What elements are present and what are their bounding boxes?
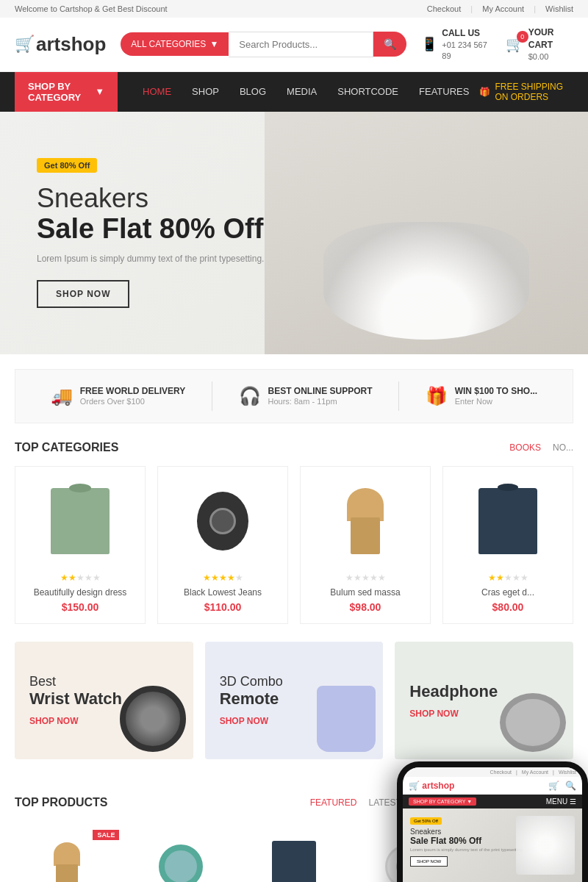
hero-content: Get 80% Off Sneakers Sale Flat 80% Off L…	[37, 158, 264, 308]
nav-media[interactable]: MEDIA	[276, 77, 327, 106]
call-label: CALL US	[442, 27, 490, 40]
hero-cta-button[interactable]: SHOP NOW	[37, 280, 129, 308]
support-title: BEST ONLINE SUPPORT	[268, 386, 373, 396]
product-stars-1: ★★★★★	[26, 573, 135, 583]
phone-hero-cta[interactable]: SHOP NOW	[410, 856, 448, 867]
headphone-visual	[500, 693, 566, 752]
phone-logo: 🛒 artshop	[409, 781, 454, 791]
wishlist-link[interactable]: Wishlist	[545, 4, 573, 13]
cart-area[interactable]: 🛒 0 YOUR CART $0.00	[506, 26, 573, 62]
support-icon: 🎧	[239, 386, 261, 406]
search-input[interactable]	[229, 32, 373, 57]
dark-tshirt-image	[478, 488, 537, 554]
top-product-2[interactable]	[128, 830, 232, 882]
free-shipping-text: FREE SHIPPING ON ORDERS	[495, 82, 573, 102]
cart-badge: 0	[517, 31, 528, 43]
free-shipping-banner: 🎁 FREE SHIPPING ON ORDERS	[479, 82, 573, 102]
nav-blog[interactable]: BLOG	[229, 77, 276, 106]
hero-title2: Sale Flat 80% Off	[37, 214, 264, 245]
nav-shop[interactable]: SHOP	[182, 77, 229, 106]
chevron-down-icon: ▼	[95, 86, 104, 97]
support-subtitle: Hours: 8am - 11pm	[268, 397, 337, 406]
watch-visual	[120, 686, 186, 752]
product-image-4	[453, 477, 562, 565]
checkout-link[interactable]: Checkout	[427, 4, 461, 13]
feature-delivery: 🚚 FREE WORLD DELIVERY Orders Over $100	[51, 386, 186, 406]
feature-support: 🎧 BEST ONLINE SUPPORT Hours: 8am - 11pm	[239, 386, 373, 406]
phone-icon: 📱	[421, 36, 437, 52]
promo-bag-image	[317, 686, 376, 752]
top-bar-links: Checkout | My Account | Wishlist	[420, 4, 573, 13]
product-price-1: $150.00	[26, 601, 135, 613]
search-icon: 🔍	[384, 38, 396, 50]
categories-products-grid: ★★★★★ Beautifully design dress $150.00 ★…	[15, 466, 573, 624]
categories-tabs: BOOKS NO...	[509, 442, 573, 453]
phone-topbar: Checkout | My Account | Wishlist	[403, 767, 582, 777]
promo-headphone: Headphone SHOP NOW	[395, 642, 573, 759]
phone-hero-badge: Get 50% Off	[410, 817, 442, 825]
call-us: 📱 CALL US +01 234 567 89	[421, 27, 490, 62]
small-chair-img	[49, 842, 85, 882]
nav-home[interactable]: HOME	[132, 77, 182, 106]
camera-image	[197, 492, 248, 551]
phone-logo-text: artshop	[422, 781, 454, 791]
hero-image	[265, 112, 588, 354]
product-name-2: Black Lowest Jeans	[168, 587, 277, 598]
welcome-text: Welcome to Cartshop & Get Best Discount	[15, 4, 168, 13]
phone-hero-image	[516, 816, 575, 875]
win-subtitle: Enter Now	[455, 397, 492, 406]
logo[interactable]: 🛒 artshop	[15, 33, 106, 56]
shipping-icon: 🎁	[479, 87, 490, 97]
phone-screen: Checkout | My Account | Wishlist 🛒 artsh…	[403, 767, 582, 882]
phone-wishlist: Wishlist	[559, 770, 576, 775]
categories-title: TOP CATEGORIES	[15, 441, 118, 454]
product-image-1	[26, 477, 135, 565]
nav-features[interactable]: FEATURES	[409, 77, 479, 106]
tab-featured[interactable]: FEATURED	[310, 797, 357, 808]
product-stars-3: ★★★★★	[311, 573, 420, 583]
top-product-1[interactable]: SALE	[15, 830, 119, 882]
category-dropdown-btn[interactable]: ALL CATEGORIES ▼	[121, 32, 229, 56]
product-card-2[interactable]: ★★★★★ Black Lowest Jeans $110.00	[157, 466, 288, 624]
product-name-4: Cras eget d...	[453, 587, 562, 598]
my-account-link[interactable]: My Account	[482, 4, 524, 13]
nav-shortcode[interactable]: SHORTCODE	[327, 77, 409, 106]
hero-title1: Sneakers	[37, 183, 264, 214]
phone-nav-cat: SHOP BY CATEGORY ▼	[409, 797, 476, 806]
product-image-2	[168, 477, 277, 565]
phone-nav: SHOP BY CATEGORY ▼ MENU ☰	[403, 795, 582, 808]
product-card-4[interactable]: ★★★★★ Cras eget d... $80.00	[442, 466, 573, 624]
win-icon: 🎁	[426, 386, 448, 406]
search-button[interactable]: 🔍	[373, 32, 406, 57]
delivery-subtitle: Orders Over $100	[80, 397, 145, 406]
sale-badge-1: SALE	[93, 830, 119, 840]
nav-links: HOME SHOP BLOG MEDIA SHORTCODE FEATURES	[132, 77, 479, 106]
top-product-3[interactable]	[242, 830, 346, 882]
product-name-3: Bulum sed massa	[311, 587, 420, 598]
call-number: +01 234 567 89	[442, 40, 487, 60]
search-area: ALL CATEGORIES ▼ 🔍	[121, 32, 406, 57]
phone-search-icon: 🔍	[565, 781, 576, 791]
categories-header: TOP CATEGORIES BOOKS NO...	[15, 441, 573, 454]
delivery-icon: 🚚	[51, 386, 73, 406]
shop-by-category-btn[interactable]: SHOP BY CATEGORY ▼	[15, 72, 118, 112]
features-strip: 🚚 FREE WORLD DELIVERY Orders Over $100 🎧…	[15, 369, 573, 423]
hero-description: Lorem Ipsum is simply dummy text of the …	[37, 254, 264, 264]
product-stars-4: ★★★★★	[453, 573, 562, 583]
product-price-3: $98.00	[311, 601, 420, 613]
phone-checkout: Checkout	[490, 770, 512, 775]
tab-books[interactable]: BOOKS	[509, 442, 541, 453]
product-name-1: Beautifully design dress	[26, 587, 135, 598]
shop-by-cat-label: SHOP BY CATEGORY	[28, 81, 89, 103]
delivery-title: FREE WORLD DELIVERY	[80, 386, 186, 396]
promo-combo-remote: 3D Combo Remote SHOP NOW	[205, 642, 384, 759]
product-card-1[interactable]: ★★★★★ Beautifully design dress $150.00	[15, 466, 146, 624]
product-card-3[interactable]: ★★★★★ Bulum sed massa $98.00	[300, 466, 431, 624]
phone-hero: Get 50% Off Sneakers Sale Flat 80% Off L…	[403, 808, 582, 882]
phone-my-account: My Account	[522, 770, 548, 775]
top-bar: Welcome to Cartshop & Get Best Discount …	[0, 0, 588, 18]
logo-text: artshop	[36, 33, 106, 56]
feature-win: 🎁 WIN $100 TO SHO... Enter Now	[426, 386, 537, 406]
phone-header: 🛒 artshop 🛒 🔍	[403, 777, 582, 795]
tab-no[interactable]: NO...	[553, 442, 573, 453]
